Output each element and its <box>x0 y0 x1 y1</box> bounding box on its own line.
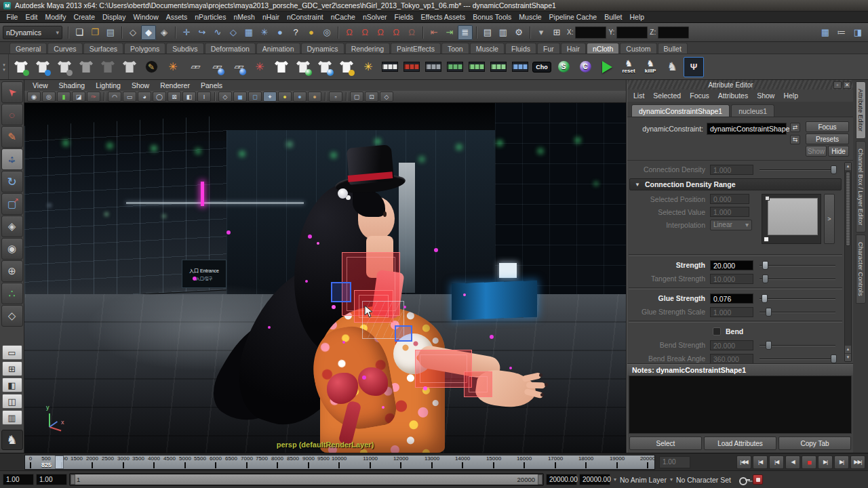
menu-item[interactable]: nCache <box>327 12 359 22</box>
tab-channel-box[interactable]: Channel Box / Layer Editor <box>856 141 866 233</box>
attribute-scroll-area[interactable]: Connection Density 1.000 ▼ Connection De… <box>627 161 853 364</box>
range-slider-range[interactable] <box>71 474 542 485</box>
absolute-transform-icon[interactable]: ⊞ <box>549 25 564 40</box>
y-input[interactable] <box>616 26 648 39</box>
load-attributes-button[interactable]: Load Attributes <box>704 436 776 450</box>
shelf-tab[interactable]: Muscle <box>470 43 505 54</box>
character-set-selector[interactable]: No Character Set <box>676 476 731 484</box>
bend-strength-field[interactable]: 20.000 <box>710 340 753 350</box>
mask-handles-icon[interactable]: ✛ <box>179 25 194 40</box>
component-to-component-icon[interactable] <box>184 57 205 77</box>
glue-strength-field[interactable]: 0.076 <box>710 293 753 304</box>
persp-outliner-layout-button[interactable]: ◧ <box>2 378 22 392</box>
menu-item[interactable]: Modify <box>41 12 70 22</box>
shaded-icon[interactable]: ◕ <box>138 92 151 102</box>
swap-icon[interactable]: ⇆ <box>790 135 800 144</box>
shelf-tab[interactable]: Hair <box>561 43 586 54</box>
purple-c-icon[interactable]: C <box>575 57 595 77</box>
panel-menu-item[interactable]: Shading <box>59 81 85 89</box>
shelf-tab[interactable]: Curves <box>47 43 82 54</box>
replace-constraint-mesh-icon[interactable] <box>315 57 335 77</box>
snap-to-curve-icon[interactable]: Ω <box>357 25 372 40</box>
status-icon[interactable] <box>420 24 426 41</box>
z-input[interactable] <box>658 26 689 39</box>
animation-start-field[interactable]: 1.00 <box>3 474 34 485</box>
used-lights-icon[interactable]: ● <box>293 92 307 102</box>
mask-deformations-icon[interactable]: ◇ <box>226 25 241 40</box>
menu-item[interactable]: Bonus Tools <box>469 12 515 22</box>
soft-modification-tool[interactable]: ◉ <box>1 238 23 260</box>
step-back-key-button[interactable]: |◀ <box>769 455 784 469</box>
menu-item[interactable]: Fields <box>391 12 417 22</box>
panel-toolbar-icon[interactable] <box>102 92 106 102</box>
last-tool-used[interactable]: ◇ <box>1 305 23 327</box>
attribute-editor-toggle-icon[interactable]: ▦ <box>818 25 833 40</box>
range-start-handle[interactable] <box>71 474 75 485</box>
default-material-icon[interactable]: ● <box>278 92 292 102</box>
bookmark-icon[interactable]: ▮ <box>57 92 71 102</box>
copy-tab-button[interactable]: Copy Tab <box>778 436 851 450</box>
ramp-expand-button[interactable]: > <box>824 194 835 244</box>
menu-item[interactable]: Muscle <box>515 12 545 22</box>
bend-checkbox[interactable] <box>713 327 721 336</box>
ae-menu-item[interactable]: Show <box>757 92 774 100</box>
animation-end-field[interactable]: 20000.00 <box>579 474 610 485</box>
go-to-end-button[interactable]: ▶▶| <box>850 455 865 469</box>
shelf-tab[interactable]: Dynamics <box>301 43 344 54</box>
paint-ncache-icon[interactable] <box>510 57 530 77</box>
menu-item[interactable]: Bullet <box>601 12 626 22</box>
shelf-tab[interactable]: PaintEffects <box>391 43 441 54</box>
highlight-selection-icon[interactable]: ◎ <box>319 25 334 40</box>
auto-keyframe-icon[interactable] <box>753 474 763 485</box>
ramp-preview[interactable] <box>762 194 821 244</box>
render-settings-icon[interactable]: ⚙ <box>511 25 526 40</box>
single-pane-layout-button[interactable]: ▭ <box>2 345 22 360</box>
panel-menu-item[interactable]: Show <box>132 81 149 89</box>
timeline-ruler[interactable]: 0 500 1000 1500 2000 2500 3000 3500 4000 <box>24 455 655 470</box>
universal-manipulator-tool[interactable]: ◈ <box>1 216 23 237</box>
step-forward-frame-button[interactable]: ▶| <box>834 455 849 469</box>
reset-icon[interactable]: reset <box>618 57 639 77</box>
share-icon[interactable]: ◇ <box>380 92 393 102</box>
menu-set-selector[interactable]: nDynamics ▾ <box>3 26 62 39</box>
camera-select-icon[interactable]: ◉ <box>27 92 41 102</box>
move-tool[interactable] <box>1 148 23 170</box>
bend-break-angle-slider[interactable] <box>760 354 835 364</box>
display-current-mesh-icon[interactable] <box>76 57 96 77</box>
plugin-shelf-icon[interactable]: ▢ <box>350 92 363 102</box>
tab-attribute-editor[interactable]: Attribute Editor <box>856 81 866 139</box>
status-icon[interactable] <box>473 24 479 41</box>
connection-density-range-section[interactable]: ▼ Connection Density Range <box>629 178 842 190</box>
shelf-tab[interactable]: Subdivs <box>166 43 203 54</box>
camera-attributes-icon[interactable]: ◎ <box>42 92 56 102</box>
panel-toolbar-icon[interactable] <box>344 92 349 102</box>
panel-toolbar-icon[interactable] <box>212 92 217 102</box>
scroll-up-icon[interactable]: ▲ <box>845 163 851 170</box>
paint-select-tool[interactable]: ✎ <box>1 126 23 148</box>
range-end-handle[interactable] <box>538 474 542 485</box>
maya-horse-icon[interactable] <box>662 57 682 77</box>
shelf-switch-arrows[interactable]: ▾▾ <box>0 54 9 79</box>
playback-start-field[interactable]: 1.00 <box>36 474 67 485</box>
open-scene-icon[interactable]: ❐ <box>87 25 102 40</box>
select-button[interactable]: Select <box>629 436 702 450</box>
stop-playback-button[interactable]: ■ <box>802 455 816 469</box>
save-scene-icon[interactable]: ▤ <box>103 25 118 40</box>
menu-item[interactable]: Effects Assets <box>417 12 469 22</box>
four-pane-layout-button[interactable]: ⊞ <box>2 361 22 376</box>
play-backwards-button[interactable]: ◀ <box>785 455 800 469</box>
focus-button[interactable]: Focus <box>806 121 849 132</box>
tangent-strength-field[interactable]: 10.000 <box>710 274 753 284</box>
snap-together-icon[interactable]: ⊡ <box>365 92 378 102</box>
attach-ncache-icon[interactable] <box>445 57 465 77</box>
tearable-surface-icon[interactable] <box>163 57 183 77</box>
ae-menu-item[interactable]: Focus <box>690 92 709 100</box>
lasso-select-tool[interactable]: ◌ <box>1 104 23 125</box>
undock-icon[interactable]: ▫ <box>833 81 842 89</box>
mask-rendering-icon[interactable]: ✳ <box>257 25 272 40</box>
local-simulation-icon[interactable] <box>119 57 140 77</box>
select-hierarchy-icon[interactable]: ◇ <box>125 25 140 40</box>
tool-settings-toggle-icon[interactable]: ≔ <box>834 25 849 40</box>
3d-scene[interactable]: 入口 Entrance 入口/입구 <box>24 103 626 453</box>
create-ncloth-icon[interactable] <box>11 57 31 77</box>
